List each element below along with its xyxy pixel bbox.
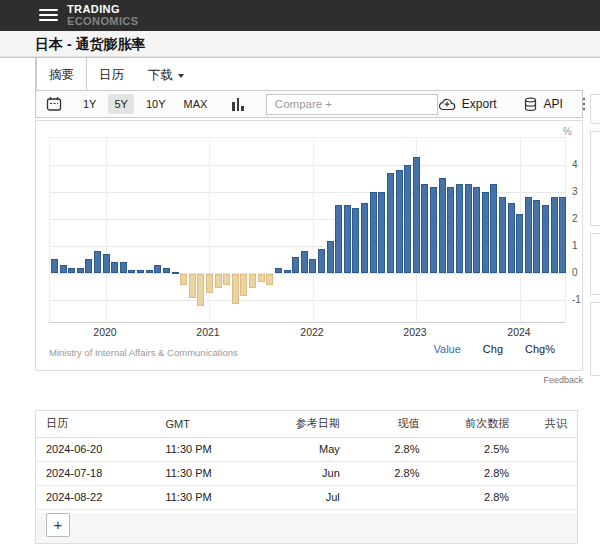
y-tick-label--1: -1 [572, 294, 581, 305]
chart-bar-2024-06 [559, 197, 566, 273]
brand-line1: TRADING [67, 4, 138, 16]
chart-bar-2024-01 [516, 214, 523, 273]
feedback-link[interactable]: Feedback [543, 375, 583, 385]
chart-bar-2024-03 [533, 200, 540, 273]
calendar-icon[interactable] [46, 96, 62, 112]
chart-bar-2023-12 [508, 203, 515, 273]
col-header-1: 日历 [36, 411, 156, 437]
chart-bar-2020-11 [189, 274, 196, 298]
col-header-5: 前次数据 [429, 411, 519, 437]
chart-bar-2020-02 [111, 262, 118, 273]
trading-economics-logo[interactable]: TRADING ECONOMICS [67, 4, 138, 27]
api-label: API [544, 97, 563, 111]
chart-bar-2021-05 [240, 274, 247, 296]
add-row-button[interactable]: + [46, 513, 70, 537]
y-tick-label-1: 1 [572, 240, 578, 251]
chart-bar-2019-08 [60, 265, 67, 273]
chart-mode-link-chg[interactable]: Chg [483, 343, 503, 355]
table-footer: + [36, 513, 577, 543]
compare-input[interactable] [266, 94, 438, 115]
chart-bar-2020-07 [154, 265, 161, 273]
page-title: 日本 - 通货膨胀率 [0, 31, 600, 54]
table-row[interactable]: 2024-06-2011:30 PMMay2.8%2.5% [36, 437, 577, 461]
chart-bar-2023-07 [465, 184, 472, 273]
chart-mode-link-value[interactable]: Value [434, 343, 461, 355]
chart-bar-2024-02 [525, 197, 532, 273]
bar-chart-type-icon[interactable] [232, 98, 246, 111]
chart-bar-2019-11 [85, 259, 92, 273]
chart-bar-2024-04 [542, 205, 549, 273]
range-button-1y[interactable]: 1Y [77, 94, 102, 114]
x-tick-label-2024: 2024 [502, 326, 536, 338]
x-tick-label-2022: 2022 [295, 326, 329, 338]
chart-bar-2022-10 [387, 173, 394, 273]
table-row[interactable]: 2024-08-2211:30 PMJul2.8% [36, 485, 577, 509]
chart-bar-2023-04 [439, 178, 446, 273]
chart-bar-2021-07 [258, 274, 265, 282]
chart-source-label: Ministry of Internal Affairs & Communica… [49, 347, 238, 358]
chart-plot-area [49, 137, 566, 323]
chart-bar-2022-05 [344, 205, 351, 273]
hamburger-menu-icon[interactable] [39, 9, 59, 23]
cell-r2c4: 2.8% [350, 461, 430, 485]
brand-line2: ECONOMICS [67, 16, 138, 28]
cell-r2c2: 11:30 PM [156, 461, 261, 485]
range-button-10y[interactable]: 10Y [140, 94, 172, 114]
cutoff-right-panel-row [590, 131, 600, 226]
cloud-export-icon [438, 97, 456, 111]
chart-bar-2022-09 [378, 192, 385, 273]
chart-bar-2021-12 [301, 251, 308, 273]
x-tick-label-2020: 2020 [88, 326, 122, 338]
api-button[interactable]: API [523, 97, 563, 112]
y-tick-label-4: 4 [572, 159, 578, 170]
chart-toolbar: 1Y5Y10YMAX Export API [35, 90, 583, 118]
kebab-menu-icon[interactable] [583, 97, 586, 112]
cutoff-right-panel-row [590, 233, 600, 295]
tab-download[interactable]: 下载 [136, 58, 196, 90]
cell-r1c5: 2.5% [429, 437, 519, 461]
calendar-table-card: 日历GMT参考日期现值前次数据共识 2024-06-2011:30 PMMay2… [35, 410, 578, 544]
inflation-chart-card: % Ministry of Internal Affairs & Communi… [35, 120, 583, 371]
x-tick-label-2023: 2023 [398, 326, 432, 338]
chart-bar-2023-09 [482, 192, 489, 273]
cell-r1c3: May [260, 437, 350, 461]
gridline-y--1 [50, 300, 565, 301]
chart-bar-2019-12 [94, 251, 101, 273]
cell-r3c2: 11:30 PM [156, 485, 261, 509]
export-button[interactable]: Export [438, 97, 497, 111]
gridline-year-2020 [106, 138, 107, 322]
chart-bar-2020-05 [137, 270, 144, 273]
table-row[interactable]: 2024-07-1811:30 PMJun2.8%2.8% [36, 461, 577, 485]
chart-bar-2021-09 [275, 268, 282, 273]
range-button-max[interactable]: MAX [178, 94, 214, 114]
chart-bar-2019-07 [51, 259, 58, 273]
col-header-3: 参考日期 [260, 411, 350, 437]
chart-bar-2021-04 [232, 274, 239, 304]
tab-calendar[interactable]: 日历 [87, 58, 136, 90]
cell-r2c5: 2.8% [429, 461, 519, 485]
chart-bar-2023-03 [430, 187, 437, 273]
cell-r1c4: 2.8% [350, 437, 430, 461]
chart-bar-2022-12 [404, 165, 411, 273]
chart-bar-2021-03 [223, 274, 230, 285]
range-button-5y[interactable]: 5Y [108, 94, 133, 114]
tab-summary[interactable]: 摘要 [36, 58, 87, 90]
chart-bar-2020-06 [146, 270, 153, 273]
title-bar: 日本 - 通货膨胀率 [0, 31, 600, 57]
chart-bar-2020-10 [180, 274, 187, 285]
chart-bar-2019-10 [77, 268, 84, 273]
chart-mode-link-chgpct[interactable]: Chg% [525, 343, 555, 355]
chart-bar-2023-01 [413, 157, 420, 273]
cell-r3c3: Jul [260, 485, 350, 509]
chart-bar-2023-08 [473, 187, 480, 273]
cell-r2c3: Jun [260, 461, 350, 485]
chart-bar-2021-01 [206, 274, 213, 293]
gridline-y-0 [50, 273, 565, 274]
chart-bar-2022-02 [318, 249, 325, 273]
gridline-y-4 [50, 165, 565, 166]
chart-bar-2021-06 [249, 274, 256, 288]
cell-r3c5: 2.8% [429, 485, 519, 509]
chart-bar-2023-11 [499, 197, 506, 273]
cell-r3c4 [350, 485, 430, 509]
y-tick-label-0: 0 [572, 267, 578, 278]
